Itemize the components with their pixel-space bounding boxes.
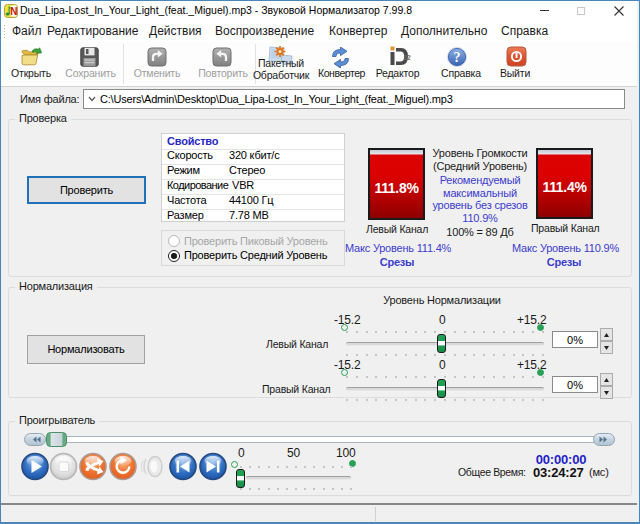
svg-text:N: N (10, 6, 17, 17)
svg-text:?: ? (454, 50, 461, 65)
svg-text:32: 32 (404, 54, 412, 61)
